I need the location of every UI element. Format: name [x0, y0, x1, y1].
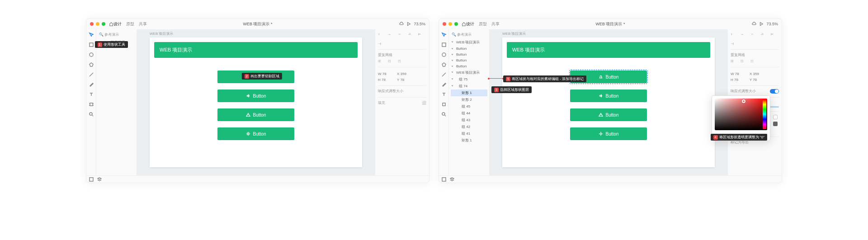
layer-item[interactable]: WEB 项目演示: [451, 69, 487, 76]
sv-handle[interactable]: [742, 99, 745, 103]
tab-design[interactable]: 设计: [113, 21, 122, 27]
align-tools[interactable]: ⫞⫠⫟⫡⫢⫣: [731, 32, 779, 46]
responsive-toggle[interactable]: [770, 89, 779, 94]
mode-tabs[interactable]: 设计 原型 共享: [113, 21, 147, 27]
artboard[interactable]: WEB 项目演示 WEB 项目演示 Button 2画出要要切割区域 Butto…: [150, 38, 362, 167]
zoom-tool[interactable]: [441, 112, 447, 117]
close-icon[interactable]: [90, 22, 94, 26]
traffic-lights[interactable]: [443, 22, 458, 26]
page-title-banner[interactable]: WEB 项目演示: [507, 42, 710, 58]
layer-item[interactable]: 组 42: [451, 123, 487, 130]
layer-item[interactable]: 组 74: [451, 83, 487, 89]
zoom-value[interactable]: 73.5%: [766, 22, 778, 26]
tab-share[interactable]: 共享: [491, 21, 500, 27]
line-tool[interactable]: [89, 72, 94, 77]
tab-share[interactable]: 共享: [139, 21, 147, 27]
transform-values[interactable]: W 78X 359 H 78Y 78: [731, 72, 779, 82]
layer-item[interactable]: Button: [451, 57, 487, 63]
layers-search[interactable]: 🔍 参考演示: [451, 31, 487, 39]
stroke-swatch[interactable]: [773, 122, 778, 126]
rectangle-tool[interactable]: 1使用形状工具: [89, 42, 94, 47]
transform-values[interactable]: W 78X 359 H 78Y 78: [378, 72, 426, 82]
layer-item[interactable]: 组 43: [451, 117, 487, 123]
gear-icon: [599, 132, 603, 136]
select-tool[interactable]: [441, 32, 447, 38]
home-icon[interactable]: [462, 22, 466, 26]
artboard[interactable]: WEB 项目演示 WEB 项目演示 Button Button Button: [502, 38, 715, 167]
color-sv-field[interactable]: [715, 99, 767, 130]
ellipse-tool[interactable]: [89, 52, 94, 57]
layers-search[interactable]: 🔍 参考演示: [98, 31, 135, 39]
zoom-value[interactable]: 73.5%: [414, 22, 425, 26]
titlebar: 设计 原型 共享 WEB 项目演示 * 73.5%: [86, 19, 429, 29]
artboard-tool[interactable]: [441, 102, 447, 107]
green-button-3[interactable]: Button: [217, 108, 294, 121]
hue-slider[interactable]: [763, 99, 766, 129]
layer-item[interactable]: 矩形 1: [451, 137, 487, 144]
layer-item[interactable]: WEB 项目演示: [451, 39, 487, 46]
mode-tabs[interactable]: 设计 原型 共享: [466, 21, 500, 27]
minimize-icon[interactable]: [96, 22, 99, 26]
artboard-label[interactable]: WEB 项目演示: [150, 31, 173, 36]
layer-item[interactable]: 矩形 2: [451, 96, 487, 103]
layer-item[interactable]: 矩形 1: [451, 89, 487, 96]
button-label: Button: [253, 132, 266, 136]
play-icon[interactable]: [406, 22, 411, 26]
canvas[interactable]: WEB 项目演示 WEB 项目演示 Button Button Button: [490, 29, 727, 175]
xd-window-left: 设计 原型 共享 WEB 项目演示 * 73.5% 1使用形状工具: [86, 18, 429, 183]
pen-tool[interactable]: [89, 82, 94, 87]
layer-item[interactable]: Button: [451, 52, 487, 57]
connector-c5: [489, 78, 503, 79]
canvas[interactable]: WEB 项目演示 WEB 项目演示 Button 2画出要要切割区域 Butto…: [137, 29, 375, 175]
line-tool[interactable]: [441, 72, 447, 77]
rectangle-tool[interactable]: [441, 42, 447, 47]
zoom-icon[interactable]: [454, 22, 458, 26]
button-label: Button: [606, 75, 619, 80]
layer-item[interactable]: 组 75: [451, 76, 487, 83]
text-tool[interactable]: [89, 92, 94, 97]
layer-item[interactable]: Button: [451, 63, 487, 69]
traffic-lights[interactable]: [90, 22, 105, 26]
ellipse-tool[interactable]: [441, 52, 447, 57]
layer-item[interactable]: Button: [451, 46, 487, 52]
layers-icon[interactable]: [97, 177, 102, 182]
cloud-icon[interactable]: [399, 22, 404, 26]
layer-item[interactable]: 组 41: [451, 130, 487, 137]
home-icon[interactable]: [109, 22, 113, 26]
align-tools[interactable]: ⫞⫠⫟⫡⫢⫣: [378, 32, 426, 46]
tab-prototype[interactable]: 原型: [479, 21, 487, 27]
minimize-icon[interactable]: [448, 22, 452, 26]
cloud-icon[interactable]: [752, 22, 756, 26]
callout-2: 2画出要要切割区域: [242, 73, 282, 80]
zoom-icon[interactable]: [102, 22, 105, 26]
layers-icon[interactable]: [450, 177, 454, 182]
color-picker-popup[interactable]: Hex #000000 0% 4将区域形状透明度调整为 "0": [712, 95, 770, 141]
green-button-1[interactable]: Button 2画出要要切割区域: [217, 71, 294, 83]
tab-design[interactable]: 设计: [466, 21, 474, 27]
green-button-2[interactable]: Button: [570, 89, 647, 102]
button-label: Button: [606, 113, 619, 118]
green-button-2[interactable]: Button: [217, 89, 294, 102]
zoom-tool[interactable]: [89, 112, 94, 117]
fill-swatch[interactable]: [773, 115, 778, 119]
green-button-4[interactable]: Button: [570, 127, 647, 140]
assets-icon[interactable]: [89, 177, 94, 182]
layer-item[interactable]: 组 44: [451, 110, 487, 117]
artboard-label[interactable]: WEB 项目演示: [502, 31, 526, 36]
text-tool[interactable]: [441, 92, 447, 97]
polygon-tool[interactable]: [441, 62, 447, 67]
callout-1: 1使用形状工具: [95, 41, 128, 48]
green-button-4[interactable]: Button: [217, 127, 294, 140]
pen-tool[interactable]: [441, 82, 447, 87]
artboard-tool[interactable]: [89, 102, 94, 107]
play-icon[interactable]: [759, 22, 764, 26]
close-icon[interactable]: [443, 22, 446, 26]
bottom-bar: [439, 175, 782, 183]
select-tool[interactable]: [89, 32, 94, 38]
page-title-banner[interactable]: WEB 项目演示: [154, 42, 358, 58]
layer-item[interactable]: 组 45: [451, 103, 487, 110]
polygon-tool[interactable]: [89, 62, 94, 67]
assets-icon[interactable]: [442, 177, 446, 182]
tab-prototype[interactable]: 原型: [126, 21, 134, 27]
green-button-3[interactable]: Button: [570, 108, 647, 121]
